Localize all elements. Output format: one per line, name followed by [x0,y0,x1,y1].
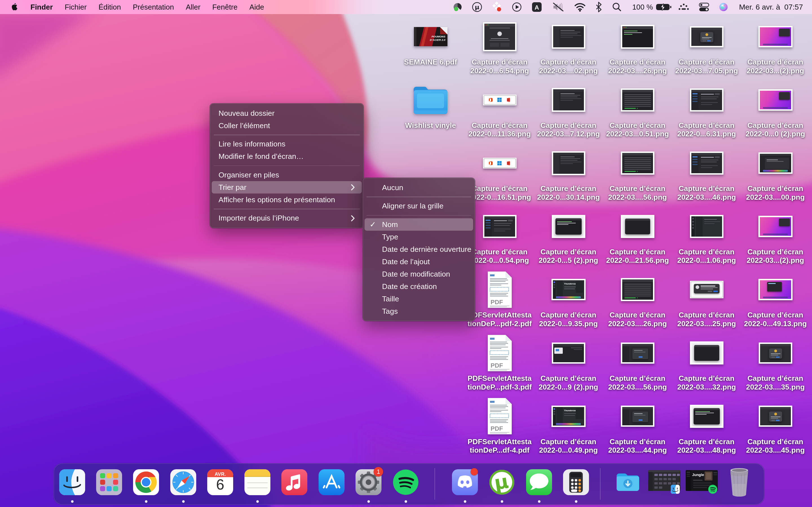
decor [497,161,502,165]
menu-item-trier-par[interactable]: Trier par [212,181,362,193]
bluetooth-icon[interactable] [591,0,607,14]
desktop-icon[interactable]: Capture d’écran 2022-0...5 (2).png [534,209,603,265]
wifi-icon[interactable] [569,0,591,14]
desktop-icon[interactable]: Capture d’écran 2022-03....48.png [672,398,741,455]
dock-item-trash[interactable] [729,467,749,497]
siri-icon[interactable] [714,0,733,14]
menu-item-aucun[interactable]: Aucun [364,181,473,194]
desktop-icon[interactable]: Capture d’écran 2022-0...49.13.png [741,272,810,328]
menu-item-type[interactable]: Type [364,231,473,243]
desktop-icon[interactable]: Capture d’écran 2022-03...7.12.png [534,82,603,138]
menubar-menu-aide[interactable]: Aide [244,0,270,14]
desktop-icon[interactable]: Capture d’écran 2022-03....56.png [603,145,672,202]
dock-item-safari[interactable] [170,469,197,496]
dock-item-calendar[interactable]: AVR.6 [207,469,234,496]
desktop-icon[interactable]: Capture d’écran 2022-0...1.06.png [672,209,741,265]
desktop-icon[interactable]: Capture d’écran 2022-03....44.png [603,398,672,455]
control-center-icon[interactable] [694,0,714,14]
menu-item-organiser-en-piles[interactable]: Organiser en piles [212,169,362,181]
desktop-icon[interactable]: Capture d’écran 2022-0...6.31.png [672,82,741,138]
desktop-icon[interactable]: Capture d’écran 2022-0...11.36.png [465,82,534,138]
keyboard-layout-icon[interactable]: A [526,0,547,14]
desktop-icon[interactable]: Capture d’écran 2022-0...0 (2).png [741,82,810,138]
desktop-icon[interactable]: Capture d’écran 2022-03....25.png [672,272,741,328]
dock-item-spotify[interactable] [392,469,419,496]
menu-item-taille[interactable]: Taille [364,293,473,305]
dock-item-appstore[interactable] [318,469,345,496]
desktop-icon[interactable]: Capture d’écran 2022-03...(2).png [741,18,810,75]
dock-item-discord[interactable] [451,469,478,496]
dock-item-finder[interactable] [59,469,86,496]
dock-item-messages[interactable] [525,469,553,496]
desktop-icon[interactable]: Capture d’écran 2022-03...0.51.png [603,82,672,138]
desktop-icon[interactable]: Capture d’écran 2022-03....56.png [603,335,672,391]
dock-item-minwin-spotify[interactable]: Jungle [686,470,718,494]
apple-menu-icon[interactable] [11,3,18,11]
menu-item-nouveau-dossier[interactable]: Nouveau dossier [212,107,362,119]
dock-item-calculator[interactable] [562,469,590,496]
dock-item-syspref[interactable]: 1 [355,469,382,496]
desktop-icon[interactable]: Capture d’écran 2022-03....32.png [672,335,741,391]
menu-item-tags[interactable]: Tags [364,305,473,318]
desktop-icon[interactable]: Capture d’écran 2022-0...30.14.png [534,145,603,202]
dock-item-utorrent[interactable] [488,469,515,496]
menubar-menu-fenetre[interactable]: Fenêtre [206,0,244,14]
desktop-icon[interactable]: Wishlist vinyle [396,82,465,130]
desktop-icon[interactable]: Capture d’écran 2022-03....00.png [741,145,810,202]
menu-item-date-de-cr-ation[interactable]: Date de création [364,280,473,293]
decor [490,359,508,360]
desktop-icon[interactable]: PDF PDFServletAttesta tionDeP...df-4.pdf [465,398,534,455]
menubar-menu-fichier[interactable]: Fichier [59,0,93,14]
desktop-icon[interactable]: Thundercat Capture d’écran 2022-0...0.49… [534,398,603,455]
desktop-icon[interactable]: Capture d’écran 2022-0...6.54.png [465,18,534,75]
menu-item-label: Taille [382,295,466,303]
desktop-icon[interactable]: Capture d’écran 2022-03....46.png [672,145,741,202]
desktop-icon[interactable]: Capture d’écran 2022-03....35.png [741,335,810,391]
desktop-icon[interactable]: PDF PDFServletAttesta tionDeP...pdf-2.pd… [465,272,534,328]
menu-item-importer-depuis-l-iphone[interactable]: Importer depuis l’iPhone [212,212,362,224]
desktop-icon[interactable]: Capture d’écran 2022-03...7.05.png [672,18,741,75]
menu-item-lire-les-informations[interactable]: Lire les informations [212,138,362,151]
desktop-icon[interactable]: Capture d’écran 2022-0...16.51.png [465,145,534,202]
muted-speaker-icon[interactable] [547,0,569,14]
desktop-icon[interactable]: Capture d’écran 2022-03....02.png [534,18,603,75]
desktop-icon[interactable]: Capture d’écran 2022-0...21.56.png [603,209,672,265]
menu-item-nom[interactable]: ✓Nom [364,218,473,231]
menu-item-afficher-les-options-de-pr-sentation[interactable]: Afficher les options de présentation [212,193,362,206]
menubar-menu-presentation[interactable]: Présentation [127,0,180,14]
decor [553,216,584,237]
menu-item-coller-l-l-ment[interactable]: Coller l’élément [212,119,362,132]
desktop-icon[interactable]: Capture d’écran 2022-03...(2).png [741,209,810,265]
desktop-icon[interactable]: PDF PDFServletAttesta tionDeP...pdf-3.pd… [465,335,534,391]
diamonds-app-icon[interactable] [487,0,507,14]
desktop-icon[interactable]: Thundercat Capture d’écran 2022-0...9.35… [534,272,603,328]
dock-item-downloads[interactable] [614,469,642,496]
desktop-icon[interactable]: Capture d’écran 2022-03....26.png [603,272,672,328]
desktop-icon[interactable]: Capture d’écran 2022-0...9 (2).png [534,335,603,391]
menubar-clock[interactable]: Mer. 6 avr. à 07:57 [739,3,803,11]
menubar-app-menu[interactable]: Finder [24,0,59,14]
menu-item-aligner-sur-la-grille[interactable]: Aligner sur la grille [364,200,473,212]
desktop-icon[interactable]: Capture d’écran 2022-03....45.png [741,398,810,455]
menu-item-date-de-derni-re-ouverture[interactable]: Date de dernière ouverture [364,243,473,256]
battery-charging-icon[interactable] [655,0,673,14]
menu-item-modifier-le-fond-d-cran-[interactable]: Modifier le fond d’écran… [212,151,362,163]
menubar-menu-edition[interactable]: Édition [93,0,127,14]
decor [624,286,651,286]
play-circle-icon[interactable] [507,0,526,14]
menu-item-date-de-modification[interactable]: Date de modification [364,268,473,280]
battery-app-icon[interactable] [448,0,467,14]
spotlight-icon[interactable] [607,0,626,14]
menubar-menu-aller[interactable]: Aller [180,0,206,14]
dock-item-chrome[interactable] [133,469,160,496]
menu-item-date-de-l-ajout[interactable]: Date de l’ajout [364,256,473,268]
desktop-icon[interactable]: Capture d’écran 2022-03....26.png [603,18,672,75]
desktop-icon[interactable]: POUMONSD’ACIER 2.0 SEMAINE 6.pdf [396,18,465,66]
dock-item-launchpad[interactable] [96,469,123,496]
dock-item-music[interactable] [281,469,308,496]
utorrent-status-icon[interactable]: µ [467,0,487,14]
dots-app-icon[interactable] [673,0,694,14]
dock-item-minwin-finder[interactable] [648,470,680,494]
dock-item-notes[interactable] [244,469,271,496]
desktop-icon[interactable]: Capture d’écran 2022-0...0.54.png [465,209,534,265]
